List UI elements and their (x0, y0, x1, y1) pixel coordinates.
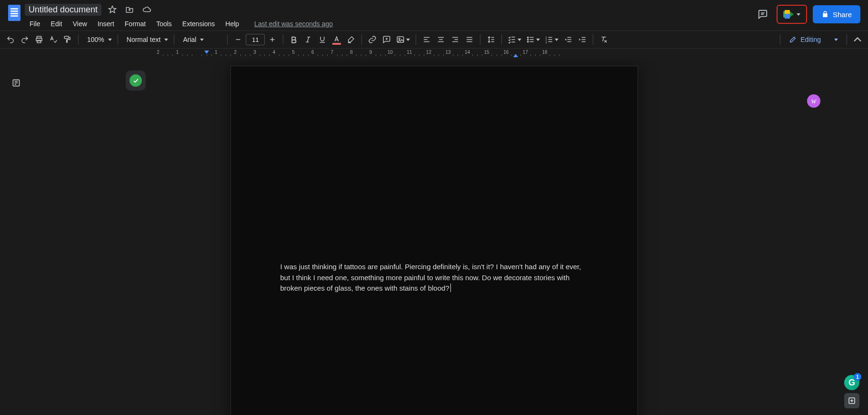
ruler-label: 12 (426, 50, 431, 55)
menu-extensions[interactable]: Extensions (178, 18, 219, 30)
ruler-label: 7 (331, 50, 334, 55)
document-page[interactable]: I was just thinking if tattoos are painf… (231, 66, 638, 415)
align-right-button[interactable] (449, 33, 462, 46)
chevron-down-icon (518, 39, 521, 41)
line-spacing-button[interactable] (484, 33, 498, 46)
title-column: Untitled document File Edit View Insert … (25, 3, 333, 31)
clear-formatting-button[interactable] (597, 33, 610, 46)
bulleted-list-button[interactable] (524, 33, 542, 46)
docs-logo[interactable] (4, 3, 25, 21)
paragraph-style-value: Normal text (127, 36, 161, 43)
toolbar-separator (361, 34, 362, 45)
document-content[interactable]: I was just thinking if tattoos are painf… (280, 263, 583, 292)
explore-button[interactable] (844, 393, 859, 408)
wordtune-badge[interactable]: w (807, 94, 820, 108)
grammarly-count: 1 (854, 373, 861, 381)
menu-help[interactable]: Help (220, 18, 244, 30)
insert-image-button[interactable] (394, 33, 412, 46)
text-color-button[interactable] (330, 33, 343, 46)
align-center-button[interactable] (434, 33, 448, 46)
zoom-dropdown[interactable]: 100% (82, 33, 114, 46)
decrease-indent-button[interactable] (561, 33, 575, 46)
chevron-down-icon (108, 39, 112, 41)
svg-text:3: 3 (546, 41, 547, 44)
toolbar: 100% Normal text Arial 123 (0, 30, 868, 49)
chevron-down-icon (834, 39, 838, 41)
meet-icon (783, 10, 794, 19)
header: Untitled document File Edit View Insert … (0, 0, 868, 30)
undo-button[interactable] (4, 33, 17, 46)
print-button[interactable] (32, 33, 46, 46)
last-edit-link[interactable]: Last edit was seconds ago (254, 20, 333, 28)
font-size-decrease-button[interactable] (231, 33, 245, 46)
pencil-icon (789, 36, 797, 43)
add-comment-button[interactable] (380, 33, 393, 46)
underline-button[interactable] (316, 33, 329, 46)
ruler-label: 3 (253, 50, 256, 55)
chevron-down-icon (164, 39, 168, 41)
svg-line-12 (308, 37, 309, 42)
insert-link-button[interactable] (366, 33, 379, 46)
menu-insert[interactable]: Insert (93, 18, 119, 30)
horizontal-ruler[interactable]: 21123456789101112131415161718 (0, 49, 868, 58)
font-size-input[interactable] (246, 34, 265, 45)
title-row: Untitled document (25, 3, 333, 16)
svg-point-38 (528, 41, 529, 42)
ruler-label: 15 (484, 50, 489, 55)
menu-tools[interactable]: Tools (151, 18, 177, 30)
menu-file[interactable]: File (25, 18, 45, 30)
align-left-button[interactable] (420, 33, 433, 46)
toolbar-separator (847, 34, 847, 45)
increase-indent-button[interactable] (576, 33, 589, 46)
toolbar-separator (174, 34, 174, 45)
comment-history-icon[interactable] (755, 6, 771, 22)
font-family-dropdown[interactable]: Arial (178, 33, 223, 46)
spellcheck-button[interactable] (47, 33, 60, 46)
left-indent-marker[interactable] (204, 51, 209, 54)
check-icon (132, 77, 139, 84)
meet-button[interactable] (777, 5, 807, 24)
bold-button[interactable] (287, 33, 300, 46)
chevron-down-icon (200, 39, 204, 41)
menu-view[interactable]: View (68, 18, 92, 30)
chevron-down-icon (536, 39, 540, 41)
highlight-color-button[interactable] (344, 33, 358, 46)
collapse-toolbar-button[interactable] (851, 33, 864, 46)
font-size-increase-button[interactable] (266, 33, 279, 46)
chevron-down-icon (797, 13, 800, 16)
doc-title-input[interactable]: Untitled document (25, 4, 101, 16)
spellcheck-ok-badge[interactable] (126, 71, 146, 91)
ruler-label: 18 (542, 50, 547, 55)
menu-bar: File Edit View Insert Format Tools Exten… (25, 16, 333, 31)
numbered-list-button[interactable]: 123 (543, 33, 560, 46)
toolbar-separator (593, 34, 593, 45)
cloud-status-icon[interactable] (140, 3, 153, 16)
menu-edit[interactable]: Edit (46, 18, 67, 30)
paint-format-button[interactable] (61, 33, 74, 46)
svg-point-17 (399, 38, 400, 40)
menu-format[interactable]: Format (120, 18, 150, 30)
share-button[interactable]: Share (813, 5, 860, 23)
wordtune-glyph: w (811, 97, 817, 105)
header-right: Share (755, 3, 860, 24)
redo-button[interactable] (18, 33, 31, 46)
editing-mode-button[interactable]: Editing (784, 33, 843, 46)
checklist-button[interactable] (506, 33, 523, 46)
svg-rect-6 (64, 36, 69, 39)
toolbar-separator (283, 34, 283, 45)
workspace: I was just thinking if tattoos are painf… (0, 59, 868, 415)
show-outline-button[interactable] (9, 75, 24, 91)
editing-mode-group: Editing (777, 33, 864, 46)
ruler-label: 11 (407, 50, 412, 55)
svg-marker-0 (109, 6, 116, 13)
chevron-down-icon (406, 39, 410, 41)
italic-button[interactable] (301, 33, 315, 46)
grammarly-badge[interactable]: G 1 (844, 375, 859, 390)
zoom-value: 100% (87, 36, 104, 43)
ruler-label: 4 (273, 50, 276, 55)
align-justify-button[interactable] (463, 33, 476, 46)
right-indent-marker[interactable] (513, 54, 518, 57)
move-icon[interactable] (123, 3, 136, 16)
paragraph-style-dropdown[interactable]: Normal text (122, 33, 170, 46)
star-icon[interactable] (106, 3, 119, 16)
